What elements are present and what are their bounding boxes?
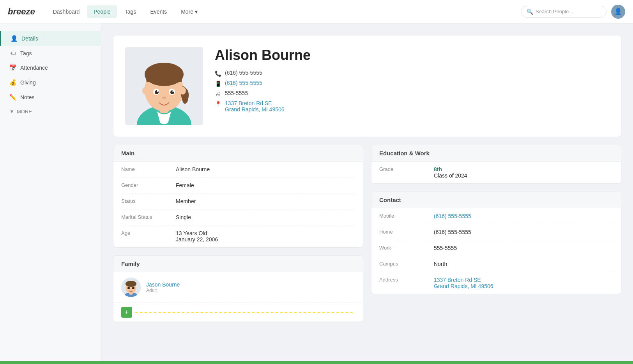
add-divider [135, 312, 355, 313]
main-name-label: Name [121, 166, 176, 172]
svg-point-13 [180, 87, 186, 95]
left-column: Main Name Alison Bourne Gender Female St… [113, 145, 363, 322]
contact-address-line2[interactable]: Grand Rapids, MI 49506 [434, 283, 493, 289]
search-box[interactable]: 🔍 Search People... [521, 6, 606, 18]
contact-home-label: Home [379, 229, 434, 235]
contact-work-value: 555-5555 [434, 245, 457, 251]
calendar-icon: 📅 [9, 64, 16, 71]
education-grade-row: Grade 8th Class of 2024 [379, 162, 613, 183]
main-marital-row: Marital Status Single [121, 209, 355, 225]
family-member-name[interactable]: Jason Bourne [146, 281, 180, 288]
sidebar-item-giving[interactable]: 💰 Giving [0, 75, 101, 90]
tag-icon: 🏷 [9, 50, 16, 56]
profile-header: Alison Bourne 📞 (616) 555-5555 📱 (616) 5… [113, 35, 621, 137]
sidebar-item-notes[interactable]: ✏️ Notes [0, 90, 101, 105]
sidebar-item-details[interactable]: 👤 Details [0, 31, 101, 46]
family-card-header: Family [113, 256, 363, 272]
education-card-body: Grade 8th Class of 2024 [371, 162, 621, 183]
svg-point-18 [126, 281, 136, 287]
svg-point-7 [157, 90, 158, 92]
mobile-phone-link[interactable]: (616) 555-5555 [225, 80, 262, 86]
contact-mobile-value[interactable]: (616) 555-5555 [434, 213, 471, 219]
main-age-value: 13 Years OldJanuary 22, 2006 [176, 230, 218, 243]
address-line2[interactable]: Grand Rapids, MI 49506 [225, 106, 285, 113]
sidebar-item-attendance[interactable]: 📅 Attendance [0, 60, 101, 75]
family-add-row: + [113, 303, 363, 322]
contact-address-label: Address [379, 277, 434, 283]
pencil-icon: ✏️ [9, 94, 16, 101]
main-marital-label: Marital Status [121, 214, 176, 220]
main-content: Alison Bourne 📞 (616) 555-5555 📱 (616) 5… [101, 23, 633, 364]
logo[interactable]: breeze [8, 7, 35, 17]
contact-home-row: Home (616) 555-5555 [379, 224, 613, 240]
main-age-row: Age 13 Years OldJanuary 22, 2006 [121, 225, 355, 247]
svg-point-20 [132, 287, 134, 289]
contact-mobile-row: Mobile (616) 555-5555 [379, 208, 613, 224]
right-column: Education & Work Grade 8th Class of 2024 [371, 145, 621, 322]
education-grade-label: Grade [379, 166, 434, 172]
profile-info: Alison Bourne 📞 (616) 555-5555 📱 (616) 5… [215, 47, 609, 125]
nav-more[interactable]: More ▾ [175, 5, 204, 18]
contact-row-home-phone: 📞 (616) 555-5555 [215, 70, 609, 77]
svg-point-10 [172, 90, 174, 92]
family-card: Family [113, 255, 363, 322]
sidebar-item-tags[interactable]: 🏷 Tags [0, 46, 101, 60]
mobile-icon: 📱 [215, 81, 221, 87]
education-card-header: Education & Work [371, 145, 621, 162]
main-status-label: Status [121, 198, 176, 204]
main-marital-value: Single [176, 214, 191, 220]
fax-number: 555-5555 [225, 90, 248, 96]
main-status-row: Status Member [121, 193, 355, 209]
svg-point-19 [127, 287, 130, 289]
main-status-value: Member [176, 198, 196, 204]
education-card: Education & Work Grade 8th Class of 2024 [371, 145, 621, 184]
svg-point-11 [162, 97, 166, 99]
main-gender-value: Female [176, 182, 194, 188]
main-name-row: Name Alison Bourne [121, 162, 355, 178]
contact-card-body: Mobile (616) 555-5555 Home (616) 555-555… [371, 208, 621, 294]
location-icon: 📍 [215, 101, 221, 107]
svg-point-12 [142, 87, 149, 95]
nav-people[interactable]: People [87, 5, 117, 18]
family-member-info: Jason Bourne Adult [146, 281, 180, 293]
main-gender-label: Gender [121, 182, 176, 188]
education-class-year: Class of 2024 [434, 172, 467, 179]
add-family-member-button[interactable]: + [121, 307, 132, 318]
avatar-svg [125, 47, 203, 125]
family-member-role: Adult [146, 288, 180, 293]
sidebar-more[interactable]: ▼ MORE [0, 105, 101, 118]
user-avatar[interactable]: 👤 [611, 5, 625, 19]
address-line1[interactable]: 1337 Breton Rd SE [225, 100, 272, 106]
contact-card-header: Contact [371, 192, 621, 208]
cards-row: Main Name Alison Bourne Gender Female St… [113, 145, 621, 322]
nav-events[interactable]: Events [144, 5, 173, 18]
fax-icon: 🖨 [215, 91, 221, 97]
search-placeholder: Search People... [536, 9, 573, 14]
main-card-header: Main [113, 145, 363, 162]
user-icon: 👤 [614, 8, 622, 15]
home-phone: (616) 555-5555 [225, 70, 262, 76]
profile-avatar [125, 47, 203, 125]
chevron-down-icon: ▼ [9, 109, 14, 114]
contact-work-row: Work 555-5555 [379, 240, 613, 256]
sidebar: 👤 Details 🏷 Tags 📅 Attendance 💰 Giving ✏… [0, 23, 101, 364]
sidebar-label-notes: Notes [20, 94, 35, 100]
sidebar-label-attendance: Attendance [20, 65, 48, 71]
main-name-value: Alison Bourne [176, 166, 210, 172]
contact-address-line1[interactable]: 1337 Breton Rd SE [434, 277, 481, 283]
contact-address-row: Address 1337 Breton Rd SE Grand Rapids, … [379, 272, 613, 294]
family-member-row: Jason Bourne Adult [113, 272, 363, 303]
main-card-body: Name Alison Bourne Gender Female Status … [113, 162, 363, 247]
sidebar-label-giving: Giving [20, 79, 36, 86]
sidebar-label-tags: Tags [20, 50, 32, 56]
top-navigation: breeze Dashboard People Tags Events More… [0, 0, 633, 23]
main-card: Main Name Alison Bourne Gender Female St… [113, 145, 363, 248]
contact-address-value: 1337 Breton Rd SE Grand Rapids, MI 49506 [434, 277, 493, 289]
contact-work-label: Work [379, 245, 434, 251]
family-member-avatar [121, 278, 141, 297]
address-block: 1337 Breton Rd SE Grand Rapids, MI 49506 [225, 100, 285, 113]
nav-tags[interactable]: Tags [118, 5, 143, 18]
page-layout: 👤 Details 🏷 Tags 📅 Attendance 💰 Giving ✏… [0, 23, 633, 364]
nav-dashboard[interactable]: Dashboard [47, 5, 86, 18]
family-avatar-svg [121, 278, 141, 297]
